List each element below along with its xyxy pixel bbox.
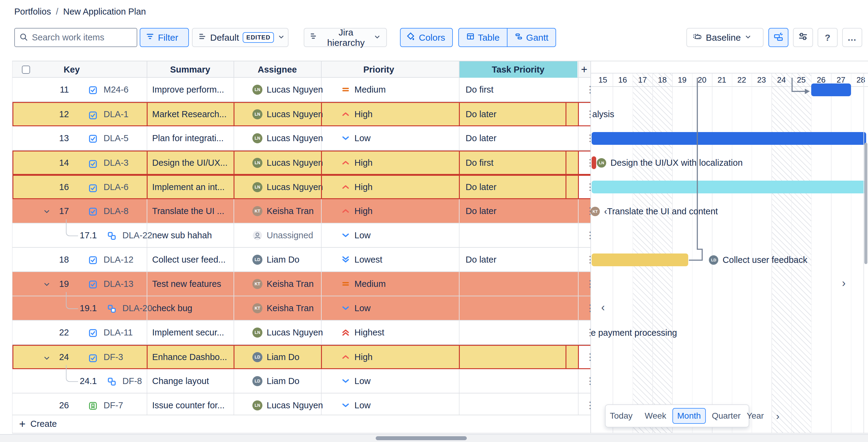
task-priority-cell[interactable]: [466, 369, 569, 393]
summary-cell[interactable]: Implement secur...: [152, 321, 231, 344]
task-priority-cell[interactable]: Do later: [466, 126, 569, 150]
row-actions-button[interactable]: ⋮: [583, 346, 597, 368]
summary-cell[interactable]: Plan for integrati...: [152, 126, 231, 150]
assignee-cell[interactable]: LNLucas Nguyen: [252, 126, 331, 150]
summary-cell[interactable]: Issue counter for...: [152, 393, 231, 417]
column-header-assignee[interactable]: Assignee: [234, 61, 321, 78]
zoom-today-button[interactable]: Today: [610, 411, 632, 421]
task-priority-cell[interactable]: Do first: [466, 152, 569, 174]
baseline-button[interactable]: Baseline: [686, 28, 764, 47]
priority-cell[interactable]: Low: [341, 223, 371, 247]
add-column-button[interactable]: +: [578, 61, 590, 78]
priority-cell[interactable]: High: [341, 199, 373, 223]
view-selector-button[interactable]: Default EDITED: [192, 28, 288, 47]
task-priority-cell[interactable]: Do later: [466, 176, 569, 198]
chevron-down-icon[interactable]: [43, 281, 51, 288]
summary-cell[interactable]: check bug: [152, 296, 231, 320]
task-priority-cell[interactable]: Do later: [466, 199, 569, 223]
priority-cell[interactable]: Lowest: [341, 248, 382, 272]
hierarchy-selector-button[interactable]: Jira hierarchy: [304, 28, 387, 47]
summary-cell[interactable]: Change layout: [152, 369, 231, 393]
filter-button[interactable]: Filter: [140, 28, 189, 47]
task-priority-cell[interactable]: [466, 346, 569, 368]
task-priority-cell[interactable]: [466, 321, 569, 344]
task-priority-cell[interactable]: Do later: [466, 248, 569, 272]
row-actions-button[interactable]: ⋮: [583, 393, 597, 417]
priority-cell[interactable]: High: [341, 152, 373, 174]
summary-cell[interactable]: Test new features: [152, 272, 231, 296]
breadcrumb-portfolios-link[interactable]: Portfolios: [14, 7, 51, 17]
row-actions-button[interactable]: ⋮: [583, 369, 597, 393]
work-item-key[interactable]: DLA-6: [103, 176, 146, 198]
assignee-cell[interactable]: LDLiam Do: [252, 369, 331, 393]
zoom-quarter-button[interactable]: Quarter: [712, 411, 741, 421]
gantt-view-button[interactable]: Gantt: [507, 29, 556, 46]
priority-cell[interactable]: Low: [341, 393, 371, 417]
more-options-button[interactable]: …: [842, 28, 862, 47]
priority-cell[interactable]: Medium: [341, 272, 386, 296]
task-priority-cell[interactable]: [466, 272, 569, 296]
work-item-key[interactable]: DLA-8: [103, 199, 146, 223]
zoom-month-button[interactable]: Month: [673, 408, 706, 424]
gantt-bar-blue[interactable]: [592, 132, 866, 145]
task-priority-cell[interactable]: [466, 393, 569, 417]
column-header-priority[interactable]: Priority: [321, 61, 436, 78]
assignee-cell[interactable]: Unassigned: [252, 223, 331, 247]
gantt-bar-blue[interactable]: [811, 84, 851, 96]
work-item-key[interactable]: DLA-1: [103, 103, 146, 125]
assignee-cell[interactable]: LNLucas Nguyen: [252, 78, 331, 101]
assignee-cell[interactable]: LNLucas Nguyen: [252, 176, 331, 198]
summary-cell[interactable]: Collect user feed...: [152, 248, 231, 272]
work-item-key[interactable]: DLA-3: [103, 152, 146, 174]
work-item-key[interactable]: DLA-12: [103, 248, 146, 272]
create-row[interactable]: + Create: [12, 415, 590, 433]
row-actions-button[interactable]: ⋮: [583, 272, 597, 296]
column-header-key[interactable]: Key: [49, 61, 94, 78]
priority-cell[interactable]: Medium: [341, 78, 386, 101]
priority-cell[interactable]: Low: [341, 126, 371, 150]
horizontal-scrollbar-thumb[interactable]: [376, 436, 467, 440]
work-item-key[interactable]: M24-6: [103, 78, 146, 101]
column-header-summary[interactable]: Summary: [147, 61, 234, 78]
offscreen-bar-indicator[interactable]: ‹: [601, 301, 605, 314]
assignee-cell[interactable]: LDLiam Do: [252, 346, 331, 368]
gantt-vertical-scrollbar-thumb[interactable]: [864, 143, 867, 264]
zoom-next-button[interactable]: ›: [776, 410, 779, 422]
chevron-down-icon[interactable]: [43, 354, 51, 362]
settings-sliders-button[interactable]: [793, 28, 813, 47]
summary-cell[interactable]: Design the UI/UX...: [152, 152, 231, 174]
gantt-bar-yellow[interactable]: [592, 253, 688, 266]
chevron-down-icon[interactable]: [43, 208, 51, 216]
summary-cell[interactable]: Market Research...: [152, 103, 231, 125]
summary-cell[interactable]: Translate the UI ...: [152, 199, 231, 223]
assignee-cell[interactable]: LNLucas Nguyen: [252, 103, 331, 125]
priority-cell[interactable]: High: [341, 176, 373, 198]
highlight-changes-button[interactable]: [768, 28, 788, 47]
row-actions-button[interactable]: ⋮: [583, 223, 597, 247]
gantt-bar-cyan[interactable]: [592, 181, 866, 193]
zoom-year-button[interactable]: Year: [747, 411, 764, 421]
colors-button[interactable]: Colors: [400, 28, 453, 47]
assignee-cell[interactable]: LNLucas Nguyen: [252, 393, 331, 417]
row-actions-button[interactable]: ⋮: [583, 296, 597, 320]
priority-cell[interactable]: High: [341, 103, 373, 125]
assignee-cell[interactable]: LNLucas Nguyen: [252, 152, 331, 174]
summary-cell[interactable]: Improve perform...: [152, 78, 231, 101]
table-view-button[interactable]: Table: [459, 29, 507, 46]
summary-cell[interactable]: Implement an int...: [152, 176, 231, 198]
summary-cell[interactable]: Enhance Dashbo...: [152, 346, 231, 368]
work-item-key[interactable]: DF-3: [103, 346, 146, 368]
work-item-key[interactable]: DLA-11: [103, 321, 146, 344]
assignee-cell[interactable]: KTKeisha Tran: [252, 272, 331, 296]
task-priority-cell[interactable]: Do first: [466, 78, 569, 101]
assignee-cell[interactable]: LNLucas Nguyen: [252, 321, 331, 344]
column-header-task-priority[interactable]: Task Priority: [459, 61, 577, 78]
priority-cell[interactable]: Highest: [341, 321, 384, 344]
priority-cell[interactable]: Low: [341, 296, 371, 320]
task-priority-cell[interactable]: Do later: [466, 103, 569, 125]
priority-cell[interactable]: High: [341, 346, 373, 368]
work-item-key[interactable]: DLA-5: [103, 126, 146, 150]
gantt-bar-red[interactable]: [592, 156, 596, 169]
select-all-checkbox[interactable]: [22, 66, 30, 74]
task-priority-cell[interactable]: [466, 296, 569, 320]
